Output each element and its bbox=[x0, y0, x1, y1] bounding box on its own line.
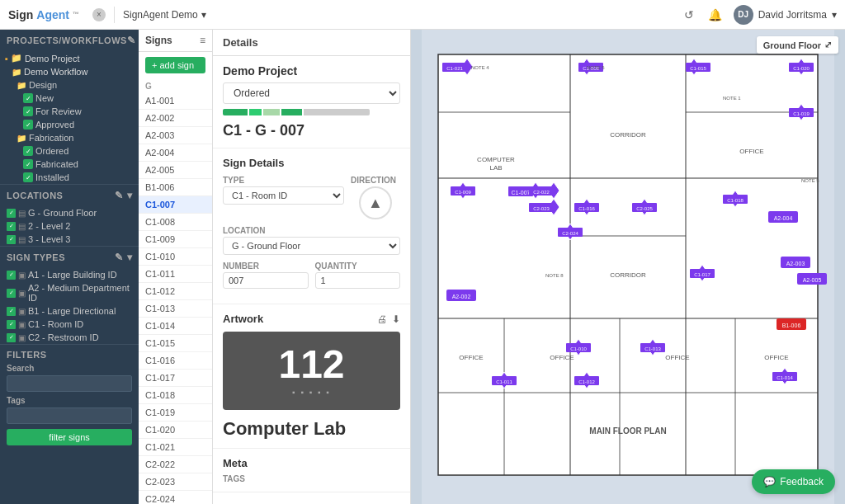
sign-type-a1[interactable]: ✓ ▣ A1 - Large Building ID bbox=[0, 268, 139, 281]
sign-item[interactable]: C1-010 bbox=[139, 248, 212, 266]
fabrication-folder[interactable]: 📁 Fabrication bbox=[0, 131, 139, 144]
sign-item[interactable]: C1-012 bbox=[139, 283, 212, 300]
for-review-label: For Review bbox=[35, 106, 82, 116]
sign-types-label: Sign Types bbox=[7, 252, 65, 262]
for-review-item[interactable]: ✓ For Review bbox=[0, 105, 139, 118]
history-icon[interactable]: ↺ bbox=[681, 7, 697, 23]
sign-type-icon: ▣ bbox=[18, 333, 26, 342]
signs-menu-icon[interactable]: ≡ bbox=[200, 35, 205, 46]
locations-section-header: Locations ✎ ▾ bbox=[0, 185, 139, 206]
sign-item[interactable]: A2-002 bbox=[139, 110, 212, 127]
sign-item[interactable]: C2-023 bbox=[139, 473, 212, 491]
direction-field: Direction ▲ bbox=[351, 176, 400, 219]
sign-type-a2[interactable]: ✓ ▣ A2 - Medium Department ID bbox=[0, 281, 139, 304]
svg-text:NOTE 4: NOTE 4 bbox=[471, 65, 489, 70]
location-level3[interactable]: ✓ ▤ 3 - Level 3 bbox=[0, 233, 139, 246]
status-select[interactable]: Ordered New For Review Approved Fabricat… bbox=[223, 82, 400, 104]
design-folder[interactable]: 📁 Design bbox=[0, 78, 139, 92]
search-input[interactable] bbox=[7, 375, 132, 392]
close-button[interactable]: × bbox=[92, 8, 106, 21]
quantity-input[interactable] bbox=[315, 272, 401, 289]
tags-input[interactable] bbox=[7, 407, 132, 424]
expand-map-icon[interactable]: ⤢ bbox=[824, 40, 832, 50]
svg-text:COMPUTER: COMPUTER bbox=[477, 156, 515, 163]
feedback-icon: 💬 bbox=[763, 476, 776, 488]
sign-item[interactable]: C2-024 bbox=[139, 491, 212, 504]
sign-item[interactable]: C1-016 bbox=[139, 352, 212, 370]
check-icon: ✓ bbox=[7, 307, 16, 316]
number-input[interactable] bbox=[223, 272, 309, 289]
project-folder-icon: 📁 bbox=[11, 53, 22, 64]
sign-item[interactable]: C1-021 bbox=[139, 439, 212, 456]
sign-type-c2[interactable]: ✓ ▣ C2 - Restroom ID bbox=[0, 331, 139, 344]
project-name-text: SignAgent Demo bbox=[123, 9, 198, 21]
project-demo[interactable]: ▪ 📁 Demo Project bbox=[0, 51, 139, 65]
installed-item[interactable]: ✓ Installed bbox=[0, 171, 139, 184]
main-layout: Projects/Workflows ✎ ▾ ▪ 📁 Demo Project … bbox=[0, 30, 845, 504]
workflow-name-label: Demo Workflow bbox=[24, 67, 87, 77]
sign-item[interactable]: A2-003 bbox=[139, 127, 212, 144]
sign-item[interactable]: A1-001 bbox=[139, 92, 212, 110]
divider bbox=[114, 7, 115, 23]
workflow-folder-icon: 📁 bbox=[12, 68, 21, 77]
sign-type-c1[interactable]: ✓ ▣ C1 - Room ID bbox=[0, 318, 139, 331]
sign-types-expand-icon[interactable]: ▾ bbox=[127, 252, 133, 263]
download-icon[interactable]: ⬇ bbox=[392, 313, 400, 325]
location-select[interactable]: G - Ground Floor 2 - Level 2 3 - Level 3 bbox=[223, 237, 400, 255]
direction-control[interactable]: ▲ bbox=[359, 186, 392, 219]
quantity-field: Quantity bbox=[315, 261, 401, 289]
a1-label: A1 - Large Building ID bbox=[28, 270, 117, 280]
locations-expand-icon[interactable]: ▾ bbox=[127, 190, 133, 201]
fabricated-item[interactable]: ✓ Fabricated bbox=[0, 158, 139, 171]
location-ground[interactable]: ✓ ▤ G - Ground Floor bbox=[0, 206, 139, 219]
user-menu[interactable]: DJ David Jorritsma ▾ bbox=[734, 5, 837, 25]
svg-text:C1-014: C1-014 bbox=[777, 375, 793, 380]
sign-item[interactable]: C1-009 bbox=[139, 231, 212, 248]
approved-label: Approved bbox=[35, 120, 74, 130]
sign-item[interactable]: A2-004 bbox=[139, 144, 212, 162]
sign-item-active[interactable]: C1-007 bbox=[139, 196, 212, 214]
sign-item[interactable]: C1-015 bbox=[139, 335, 212, 352]
locations-edit-icon[interactable]: ✎ bbox=[115, 190, 124, 201]
artwork-actions: 🖨 ⬇ bbox=[377, 313, 400, 325]
sign-item[interactable]: C1-018 bbox=[139, 387, 212, 404]
add-sign-button[interactable]: + add sign bbox=[145, 57, 205, 73]
sign-item[interactable]: C1-020 bbox=[139, 422, 212, 439]
filter-signs-button[interactable]: filter signs bbox=[7, 429, 132, 445]
type-field: Type C1 - Room ID A1A2B1C2 bbox=[223, 176, 344, 219]
progress-seg-empty bbox=[304, 109, 370, 115]
sign-item[interactable]: A2-005 bbox=[139, 162, 212, 179]
project-selector[interactable]: SignAgent Demo ▾ bbox=[123, 9, 206, 21]
notification-bell-icon[interactable]: 🔔 bbox=[707, 7, 724, 23]
svg-text:C2-023: C2-023 bbox=[533, 206, 550, 211]
loc-check-icon: ✓ bbox=[7, 209, 16, 218]
sign-types-edit-icon[interactable]: ✎ bbox=[115, 252, 124, 263]
sign-item[interactable]: C1-013 bbox=[139, 300, 212, 318]
c1-label: C1 - Room ID bbox=[28, 319, 83, 329]
workflow-demo[interactable]: 📁 Demo Workflow bbox=[0, 65, 139, 78]
print-icon[interactable]: 🖨 bbox=[377, 313, 387, 325]
sign-item[interactable]: C1-008 bbox=[139, 214, 212, 231]
project-status-section: Demo Project Ordered New For Review Appr… bbox=[213, 56, 410, 148]
sign-item[interactable]: B1-006 bbox=[139, 179, 212, 196]
sign-item[interactable]: C2-022 bbox=[139, 456, 212, 473]
sign-item[interactable]: C1-017 bbox=[139, 370, 212, 387]
sign-item[interactable]: C1-014 bbox=[139, 318, 212, 335]
sign-item[interactable]: C1-019 bbox=[139, 404, 212, 422]
svg-text:A2-004: A2-004 bbox=[774, 215, 793, 221]
new-item[interactable]: ✓ New bbox=[0, 92, 139, 105]
sign-item[interactable]: C1-011 bbox=[139, 266, 212, 283]
feedback-button[interactable]: 💬 Feedback bbox=[752, 469, 835, 494]
sign-type-b1[interactable]: ✓ ▣ B1 - Large Directional bbox=[0, 304, 139, 318]
ordered-label: Ordered bbox=[35, 146, 68, 156]
locations-actions: ✎ ▾ bbox=[115, 190, 132, 201]
type-select[interactable]: C1 - Room ID A1A2B1C2 bbox=[223, 186, 344, 205]
location-level2[interactable]: ✓ ▤ 2 - Level 2 bbox=[0, 219, 139, 233]
svg-text:C1-012: C1-012 bbox=[578, 379, 595, 384]
fabrication-label: Fabrication bbox=[29, 133, 73, 143]
ordered-item[interactable]: ✓ Ordered bbox=[0, 144, 139, 158]
projects-edit-icon[interactable]: ✎ bbox=[127, 35, 136, 46]
svg-text:NOTE 5: NOTE 5 bbox=[801, 178, 819, 183]
approved-item[interactable]: ✓ Approved bbox=[0, 118, 139, 131]
check-icon: ✓ bbox=[23, 159, 33, 169]
